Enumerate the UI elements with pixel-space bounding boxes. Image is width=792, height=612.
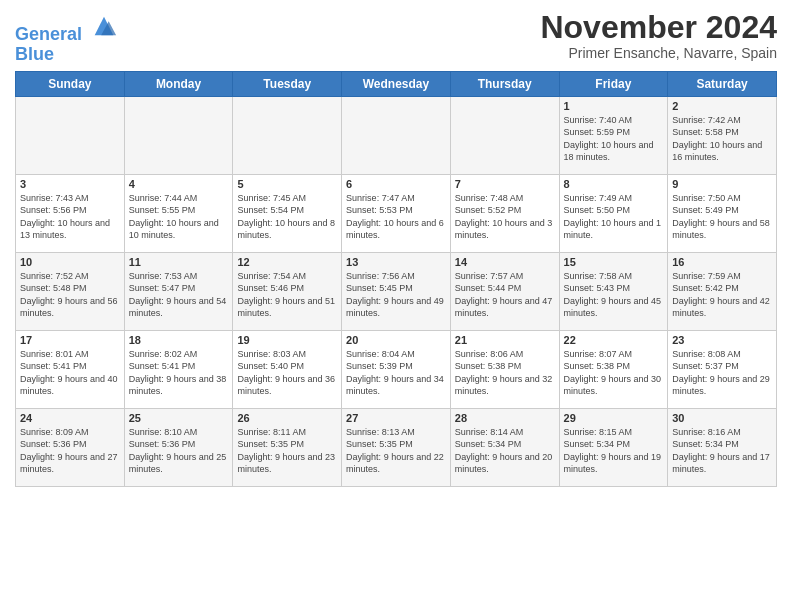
calendar-cell: 16Sunrise: 7:59 AM Sunset: 5:42 PM Dayli…: [668, 252, 777, 330]
day-number: 29: [564, 412, 664, 424]
calendar-cell: 24Sunrise: 8:09 AM Sunset: 5:36 PM Dayli…: [16, 408, 125, 486]
calendar-cell: 9Sunrise: 7:50 AM Sunset: 5:49 PM Daylig…: [668, 174, 777, 252]
calendar-cell: 12Sunrise: 7:54 AM Sunset: 5:46 PM Dayli…: [233, 252, 342, 330]
day-number: 5: [237, 178, 337, 190]
calendar-cell: [342, 96, 451, 174]
calendar-week-4: 17Sunrise: 8:01 AM Sunset: 5:41 PM Dayli…: [16, 330, 777, 408]
calendar-cell: 27Sunrise: 8:13 AM Sunset: 5:35 PM Dayli…: [342, 408, 451, 486]
logo-general: General: [15, 24, 82, 44]
day-info: Sunrise: 7:45 AM Sunset: 5:54 PM Dayligh…: [237, 192, 337, 242]
day-number: 10: [20, 256, 120, 268]
day-number: 28: [455, 412, 555, 424]
day-info: Sunrise: 7:40 AM Sunset: 5:59 PM Dayligh…: [564, 114, 664, 164]
calendar-cell: 10Sunrise: 7:52 AM Sunset: 5:48 PM Dayli…: [16, 252, 125, 330]
day-info: Sunrise: 7:42 AM Sunset: 5:58 PM Dayligh…: [672, 114, 772, 164]
logo-text-block: General Blue: [15, 14, 118, 65]
calendar-week-3: 10Sunrise: 7:52 AM Sunset: 5:48 PM Dayli…: [16, 252, 777, 330]
calendar-cell: 18Sunrise: 8:02 AM Sunset: 5:41 PM Dayli…: [124, 330, 233, 408]
day-number: 2: [672, 100, 772, 112]
day-number: 7: [455, 178, 555, 190]
header-day-thursday: Thursday: [450, 71, 559, 96]
calendar-week-5: 24Sunrise: 8:09 AM Sunset: 5:36 PM Dayli…: [16, 408, 777, 486]
calendar-cell: 21Sunrise: 8:06 AM Sunset: 5:38 PM Dayli…: [450, 330, 559, 408]
day-number: 14: [455, 256, 555, 268]
calendar-cell: 8Sunrise: 7:49 AM Sunset: 5:50 PM Daylig…: [559, 174, 668, 252]
day-info: Sunrise: 8:14 AM Sunset: 5:34 PM Dayligh…: [455, 426, 555, 476]
calendar-cell: 26Sunrise: 8:11 AM Sunset: 5:35 PM Dayli…: [233, 408, 342, 486]
calendar-cell: 4Sunrise: 7:44 AM Sunset: 5:55 PM Daylig…: [124, 174, 233, 252]
calendar-cell: 29Sunrise: 8:15 AM Sunset: 5:34 PM Dayli…: [559, 408, 668, 486]
day-number: 6: [346, 178, 446, 190]
calendar-cell: 6Sunrise: 7:47 AM Sunset: 5:53 PM Daylig…: [342, 174, 451, 252]
logo: General Blue: [15, 14, 118, 65]
calendar-cell: 5Sunrise: 7:45 AM Sunset: 5:54 PM Daylig…: [233, 174, 342, 252]
calendar-cell: 14Sunrise: 7:57 AM Sunset: 5:44 PM Dayli…: [450, 252, 559, 330]
day-info: Sunrise: 8:15 AM Sunset: 5:34 PM Dayligh…: [564, 426, 664, 476]
logo-name: General: [15, 14, 118, 45]
day-info: Sunrise: 8:06 AM Sunset: 5:38 PM Dayligh…: [455, 348, 555, 398]
day-info: Sunrise: 8:16 AM Sunset: 5:34 PM Dayligh…: [672, 426, 772, 476]
header-day-friday: Friday: [559, 71, 668, 96]
day-number: 8: [564, 178, 664, 190]
day-number: 30: [672, 412, 772, 424]
day-number: 15: [564, 256, 664, 268]
page-header: General Blue November 2024 Primer Ensanc…: [15, 10, 777, 65]
calendar-cell: 20Sunrise: 8:04 AM Sunset: 5:39 PM Dayli…: [342, 330, 451, 408]
calendar-cell: 15Sunrise: 7:58 AM Sunset: 5:43 PM Dayli…: [559, 252, 668, 330]
day-info: Sunrise: 7:56 AM Sunset: 5:45 PM Dayligh…: [346, 270, 446, 320]
day-info: Sunrise: 8:02 AM Sunset: 5:41 PM Dayligh…: [129, 348, 229, 398]
day-info: Sunrise: 7:43 AM Sunset: 5:56 PM Dayligh…: [20, 192, 120, 242]
day-info: Sunrise: 7:47 AM Sunset: 5:53 PM Dayligh…: [346, 192, 446, 242]
day-info: Sunrise: 8:01 AM Sunset: 5:41 PM Dayligh…: [20, 348, 120, 398]
logo-blue: Blue: [15, 45, 118, 65]
calendar-cell: 11Sunrise: 7:53 AM Sunset: 5:47 PM Dayli…: [124, 252, 233, 330]
calendar-cell: 22Sunrise: 8:07 AM Sunset: 5:38 PM Dayli…: [559, 330, 668, 408]
calendar-week-1: 1Sunrise: 7:40 AM Sunset: 5:59 PM Daylig…: [16, 96, 777, 174]
calendar-cell: [450, 96, 559, 174]
month-title: November 2024: [540, 10, 777, 45]
day-info: Sunrise: 7:57 AM Sunset: 5:44 PM Dayligh…: [455, 270, 555, 320]
calendar-week-2: 3Sunrise: 7:43 AM Sunset: 5:56 PM Daylig…: [16, 174, 777, 252]
day-number: 20: [346, 334, 446, 346]
day-info: Sunrise: 8:09 AM Sunset: 5:36 PM Dayligh…: [20, 426, 120, 476]
day-info: Sunrise: 8:04 AM Sunset: 5:39 PM Dayligh…: [346, 348, 446, 398]
day-info: Sunrise: 7:52 AM Sunset: 5:48 PM Dayligh…: [20, 270, 120, 320]
header-day-monday: Monday: [124, 71, 233, 96]
day-number: 1: [564, 100, 664, 112]
calendar-cell: 30Sunrise: 8:16 AM Sunset: 5:34 PM Dayli…: [668, 408, 777, 486]
calendar-cell: 19Sunrise: 8:03 AM Sunset: 5:40 PM Dayli…: [233, 330, 342, 408]
header-day-saturday: Saturday: [668, 71, 777, 96]
day-number: 22: [564, 334, 664, 346]
day-number: 27: [346, 412, 446, 424]
day-info: Sunrise: 8:07 AM Sunset: 5:38 PM Dayligh…: [564, 348, 664, 398]
header-day-wednesday: Wednesday: [342, 71, 451, 96]
calendar-cell: 25Sunrise: 8:10 AM Sunset: 5:36 PM Dayli…: [124, 408, 233, 486]
day-number: 23: [672, 334, 772, 346]
day-number: 3: [20, 178, 120, 190]
day-info: Sunrise: 8:10 AM Sunset: 5:36 PM Dayligh…: [129, 426, 229, 476]
day-info: Sunrise: 8:03 AM Sunset: 5:40 PM Dayligh…: [237, 348, 337, 398]
page-container: General Blue November 2024 Primer Ensanc…: [0, 0, 792, 492]
day-number: 13: [346, 256, 446, 268]
day-info: Sunrise: 7:44 AM Sunset: 5:55 PM Dayligh…: [129, 192, 229, 242]
calendar-cell: 2Sunrise: 7:42 AM Sunset: 5:58 PM Daylig…: [668, 96, 777, 174]
day-number: 9: [672, 178, 772, 190]
day-number: 26: [237, 412, 337, 424]
day-info: Sunrise: 7:53 AM Sunset: 5:47 PM Dayligh…: [129, 270, 229, 320]
calendar-cell: 23Sunrise: 8:08 AM Sunset: 5:37 PM Dayli…: [668, 330, 777, 408]
day-info: Sunrise: 8:13 AM Sunset: 5:35 PM Dayligh…: [346, 426, 446, 476]
location-subtitle: Primer Ensanche, Navarre, Spain: [540, 45, 777, 61]
day-number: 11: [129, 256, 229, 268]
day-info: Sunrise: 7:50 AM Sunset: 5:49 PM Dayligh…: [672, 192, 772, 242]
day-number: 17: [20, 334, 120, 346]
calendar-cell: 28Sunrise: 8:14 AM Sunset: 5:34 PM Dayli…: [450, 408, 559, 486]
day-number: 21: [455, 334, 555, 346]
calendar-cell: [16, 96, 125, 174]
day-info: Sunrise: 8:08 AM Sunset: 5:37 PM Dayligh…: [672, 348, 772, 398]
calendar-cell: 13Sunrise: 7:56 AM Sunset: 5:45 PM Dayli…: [342, 252, 451, 330]
calendar-cell: [124, 96, 233, 174]
day-number: 24: [20, 412, 120, 424]
day-number: 18: [129, 334, 229, 346]
day-number: 12: [237, 256, 337, 268]
day-info: Sunrise: 7:58 AM Sunset: 5:43 PM Dayligh…: [564, 270, 664, 320]
